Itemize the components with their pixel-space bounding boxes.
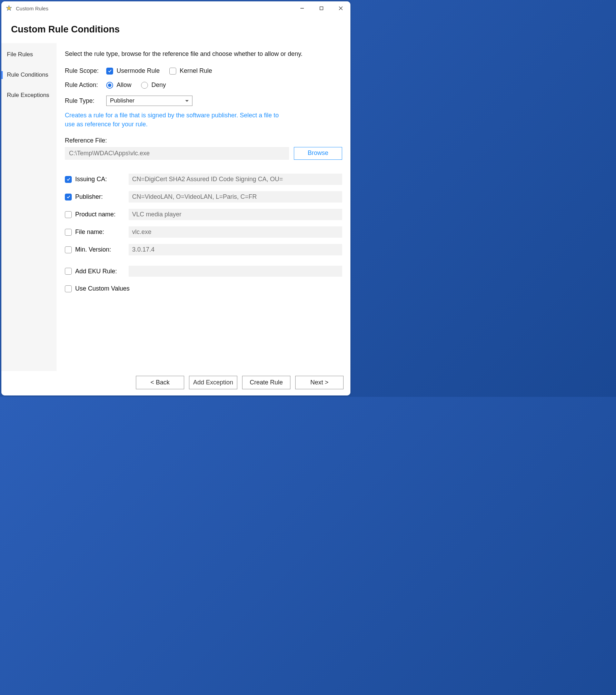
kernel-rule-checkbox[interactable]: Kernel Rule (169, 67, 212, 75)
issuing-ca-value: CN=DigiCert SHA2 Assured ID Code Signing… (129, 174, 342, 185)
browse-button[interactable]: Browse (294, 147, 342, 160)
app-icon (6, 5, 12, 12)
rule-type-select[interactable]: Publisher (106, 96, 192, 106)
issuing-ca-row: Issuing CA: CN=DigiCert SHA2 Assured ID … (65, 174, 342, 185)
sidebar-item-rule-exceptions[interactable]: Rule Exceptions (1, 85, 57, 106)
window-title: Custom Rules (16, 6, 48, 11)
add-exception-button[interactable]: Add Exception (189, 376, 237, 389)
product-name-checkbox[interactable]: Product name: (65, 211, 129, 218)
checkbox-label: Kernel Rule (180, 67, 212, 75)
checkbox-label: Usermode Rule (117, 67, 160, 75)
checkbox-unchecked-icon (65, 268, 72, 275)
rule-type-row: Rule Type: Publisher (65, 96, 342, 106)
file-name-row: File name: vlc.exe (65, 226, 342, 238)
checkbox-label: Product name: (75, 211, 116, 218)
checkbox-unchecked-icon (169, 68, 176, 75)
sidebar-item-file-rules[interactable]: File Rules (1, 45, 57, 65)
window: Custom Rules Custom Rule Conditions File… (1, 1, 350, 395)
reference-file-label: Reference File: (65, 137, 342, 144)
rule-action-row: Rule Action: Allow Deny (65, 81, 342, 89)
publisher-checkbox[interactable]: Publisher: (65, 193, 129, 200)
sidebar-item-label: Rule Conditions (7, 71, 48, 78)
publisher-value: CN=VideoLAN, O=VideoLAN, L=Paris, C=FR (129, 191, 342, 203)
radio-unselected-icon (141, 82, 148, 89)
close-button[interactable] (331, 1, 350, 15)
checkbox-label: File name: (75, 228, 104, 236)
product-name-row: Product name: VLC media player (65, 209, 342, 220)
add-eku-row: Add EKU Rule: (65, 266, 342, 277)
radio-label: Deny (151, 81, 166, 89)
content: Select the rule type, browse for the ref… (57, 43, 350, 371)
select-value: Publisher (110, 97, 135, 104)
checkbox-label: Use Custom Values (75, 285, 130, 292)
radio-label: Allow (117, 81, 131, 89)
checkbox-label: Issuing CA: (75, 176, 107, 183)
rule-type-label: Rule Type: (65, 97, 106, 105)
rule-scope-row: Rule Scope: Usermode Rule Kernel Rule (65, 67, 342, 75)
min-version-checkbox[interactable]: Min. Version: (65, 246, 129, 253)
product-name-value: VLC media player (129, 209, 342, 220)
checkbox-checked-icon (65, 176, 72, 183)
checkbox-unchecked-icon (65, 211, 72, 218)
min-version-value: 3.0.17.4 (129, 244, 342, 255)
rule-type-hint: Creates a rule for a file that is signed… (65, 111, 286, 129)
min-version-row: Min. Version: 3.0.17.4 (65, 244, 342, 255)
minimize-button[interactable] (292, 1, 312, 15)
add-eku-checkbox[interactable]: Add EKU Rule: (65, 268, 129, 275)
reference-file-row: C:\Temp\WDAC\Apps\vlc.exe Browse (65, 147, 342, 160)
radio-selected-icon (106, 82, 113, 89)
titlebar: Custom Rules (1, 1, 350, 15)
sidebar: File Rules Rule Conditions Rule Exceptio… (1, 43, 57, 371)
checkbox-label: Add EKU Rule: (75, 268, 117, 275)
reference-file-path[interactable]: C:\Temp\WDAC\Apps\vlc.exe (65, 147, 289, 160)
usermode-rule-checkbox[interactable]: Usermode Rule (106, 67, 160, 75)
description-text: Select the rule type, browse for the ref… (65, 49, 313, 58)
checkbox-checked-icon (106, 68, 113, 75)
back-button[interactable]: < Back (136, 376, 184, 389)
checkbox-unchecked-icon (65, 229, 72, 236)
svg-marker-0 (6, 6, 12, 11)
rule-scope-label: Rule Scope: (65, 67, 106, 75)
deny-radio[interactable]: Deny (141, 81, 166, 89)
checkbox-checked-icon (65, 194, 72, 200)
file-name-checkbox[interactable]: File name: (65, 228, 129, 236)
sidebar-item-rule-conditions[interactable]: Rule Conditions (1, 65, 57, 85)
checkbox-label: Publisher: (75, 193, 103, 200)
use-custom-values-checkbox[interactable]: Use Custom Values (65, 285, 342, 292)
create-rule-button[interactable]: Create Rule (242, 376, 290, 389)
issuing-ca-checkbox[interactable]: Issuing CA: (65, 176, 129, 183)
checkbox-label: Min. Version: (75, 246, 111, 253)
file-name-value: vlc.exe (129, 226, 342, 238)
sidebar-item-label: File Rules (7, 51, 33, 58)
svg-rect-2 (320, 7, 323, 10)
allow-radio[interactable]: Allow (106, 81, 131, 89)
footer: < Back Add Exception Create Rule Next > (1, 371, 350, 395)
rule-action-label: Rule Action: (65, 81, 106, 89)
checkbox-unchecked-icon (65, 285, 72, 292)
maximize-button[interactable] (312, 1, 331, 15)
checkbox-unchecked-icon (65, 246, 72, 253)
add-eku-value[interactable] (129, 266, 342, 277)
sidebar-item-label: Rule Exceptions (7, 92, 49, 98)
page-title: Custom Rule Conditions (1, 15, 350, 43)
body: File Rules Rule Conditions Rule Exceptio… (1, 43, 350, 371)
next-button[interactable]: Next > (295, 376, 344, 389)
publisher-row: Publisher: CN=VideoLAN, O=VideoLAN, L=Pa… (65, 191, 342, 203)
